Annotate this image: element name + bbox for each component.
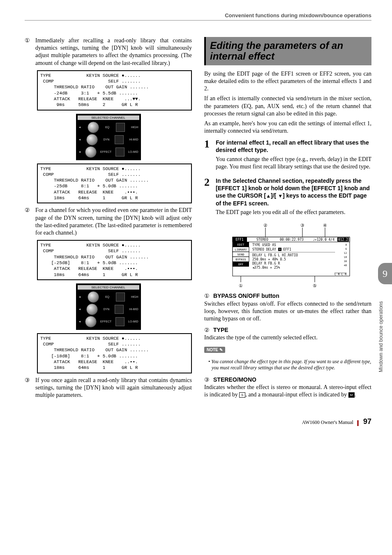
svg-text:EDIT: EDIT <box>237 243 244 246</box>
dyn-screen-1: TYPE KEYIN SOURCE ●...... COMP SELF ....… <box>37 70 192 111</box>
type-head: TYPE <box>213 327 228 334</box>
svg-text:48: 48 <box>344 264 347 267</box>
svg-text:12: 12 <box>344 251 347 254</box>
note-body: • You cannot change the effect type in t… <box>212 359 371 371</box>
svg-text:STEREO DELAY 🅼   EFF1: STEREO DELAY 🅼 EFF1 <box>252 248 291 251</box>
eq-knob <box>88 122 99 133</box>
para-2: For a channel for which you edited even … <box>35 207 192 237</box>
intro-1: By using the EDIT page of the EFF1 scree… <box>204 70 371 93</box>
dyn-knob-2 <box>86 304 98 315</box>
svg-text:EFF1: EFF1 <box>235 238 243 242</box>
lomid-button <box>115 147 125 157</box>
selected-channel-panel: SELECTED CHANNEL ◄EQHIGH ◄DYNHI-MID ◄EFF… <box>76 114 141 160</box>
panel-title: SELECTED CHANNEL <box>78 115 139 120</box>
step-1-body: You cannot change the effect type (e.g.,… <box>216 156 371 170</box>
panel-title-2: SELECTED CHANNEL <box>78 285 139 290</box>
page-number: 97 <box>363 417 371 426</box>
callout-3: ③ <box>300 223 304 228</box>
dyn-knob <box>86 134 98 145</box>
svg-text:00:00:22.973: 00:00:22.973 <box>280 238 304 242</box>
svg-text:SEND: SEND <box>237 253 244 256</box>
high-button <box>116 123 125 132</box>
para-3: If you once again recall a read-only lib… <box>35 377 192 399</box>
svg-text:♩=120.0 4/4: ♩=120.0 4/4 <box>313 238 334 242</box>
svg-text:TYPE           USED AS: TYPE USED AS <box>252 243 276 247</box>
eff1-screen-figure: ② ③ ④ EFF1 STEREO 00:00:22.973 ♩=120.0 4… <box>224 223 352 288</box>
dyn-screen-3: TYPE KEYIN SOURCE ●...... COMP SELF ....… <box>37 240 192 280</box>
stereo-num: ③ <box>204 376 212 384</box>
svg-text:OFF: OFF <box>238 263 243 266</box>
note-tag: NOTE <box>204 347 225 353</box>
mono-icon: M <box>348 392 355 398</box>
svg-text:DELAY R   FB.G R: DELAY R FB.G R <box>252 262 280 265</box>
lomid-button-2 <box>115 317 125 326</box>
chapter-number: 9 <box>378 263 392 284</box>
svg-text:◄375.0ms +    25%: ◄375.0ms + 25% <box>252 266 280 269</box>
high-button-2 <box>116 292 125 302</box>
svg-text:6: 6 <box>345 247 347 250</box>
dyn-screen-4: TYPE KEYIN SOURCE ●...... COMP SELF ....… <box>37 333 192 373</box>
stereo-head: STEREO/MONO <box>213 376 256 384</box>
right-column: Editing the parameters of an internal ef… <box>204 37 371 401</box>
circle-3: ③ <box>25 377 32 399</box>
callout-4: ④ <box>323 223 327 228</box>
chapter-side-tab: 9 Mixdown and bounce operations <box>378 263 392 394</box>
type-body: Indicates the type of the currently sele… <box>204 334 371 341</box>
callout-5: ⑤ <box>313 283 317 288</box>
svg-text:DELAY L   FB.G L       HI.RATI: DELAY L FB.G L HI.RATIO <box>252 253 298 257</box>
himid-button-2 <box>115 305 124 314</box>
eq-knob-2 <box>88 291 99 303</box>
step-1-number: 1 <box>204 139 213 173</box>
himid-button <box>115 135 124 144</box>
step-2-number: 2 <box>204 177 213 219</box>
bypass-num: ① <box>204 292 212 300</box>
effect-knob-2 <box>85 316 97 327</box>
footer-bar-icon <box>357 420 359 426</box>
bypass-body: Switches effect bypass on/off. For effec… <box>204 300 371 323</box>
step-2-head: In the Selected Channel section, repeate… <box>216 177 371 207</box>
svg-text:L R  L R: L R L R <box>334 273 347 276</box>
para-1: Immediately after recalling a read-only … <box>35 37 192 67</box>
down-arrow-icon: ▼ <box>278 193 283 199</box>
svg-text:250.0ms +    40%        0.5: 250.0ms + 40% 0.5 <box>252 258 286 261</box>
chapter-label: Mixdown and bounce operations <box>378 288 392 386</box>
up-arrow-icon: ▲ <box>266 193 271 199</box>
page-footer: AW1600 Owner's Manual 97 <box>25 417 371 426</box>
selected-channel-panel-2: SELECTED CHANNEL ◄EQHIGH ◄DYNHI-MID ◄EFF… <box>76 283 141 330</box>
bypass-head: BYPASS ON/OFF button <box>213 292 279 300</box>
stereo-body: Indicates whether the effect is stereo o… <box>204 384 371 398</box>
dyn-screen-2: TYPE KEYIN SOURCE ●...... COMP SELF ....… <box>37 164 192 204</box>
callout-2: ② <box>263 223 267 228</box>
intro-3: As an example, here's how you can edit t… <box>204 120 371 135</box>
svg-text:BYPASS: BYPASS <box>235 258 246 261</box>
circle-2: ② <box>25 207 32 237</box>
step-2-head-b: ]/[ <box>271 192 278 199</box>
svg-text:LIBRARY: LIBRARY <box>235 248 247 251</box>
type-num: ② <box>204 327 212 334</box>
step-1-head: For internal effect 1, recall an effect … <box>216 139 371 154</box>
section-heading: Editing the parameters of an internal ef… <box>204 37 371 65</box>
svg-text:18: 18 <box>344 256 347 258</box>
svg-text:0: 0 <box>345 243 347 246</box>
manual-title: AW1600 Owner's Manual <box>302 419 353 425</box>
left-column: ① Immediately after recalling a read-onl… <box>25 37 192 401</box>
stereo-icon: S <box>239 392 245 398</box>
callout-1: ① <box>239 283 243 288</box>
running-header: Convenient functions during mixdown/boun… <box>25 12 371 21</box>
effect-knob <box>85 146 97 158</box>
svg-text:012.2: 012.2 <box>338 238 348 242</box>
svg-text:STEREO: STEREO <box>256 238 268 242</box>
step-2-body: The EDIT page lets you edit all of the e… <box>216 209 371 216</box>
svg-text:30: 30 <box>344 260 347 263</box>
intro-2: If an effect is internally connected via… <box>204 95 371 117</box>
circle-1: ① <box>25 37 32 67</box>
